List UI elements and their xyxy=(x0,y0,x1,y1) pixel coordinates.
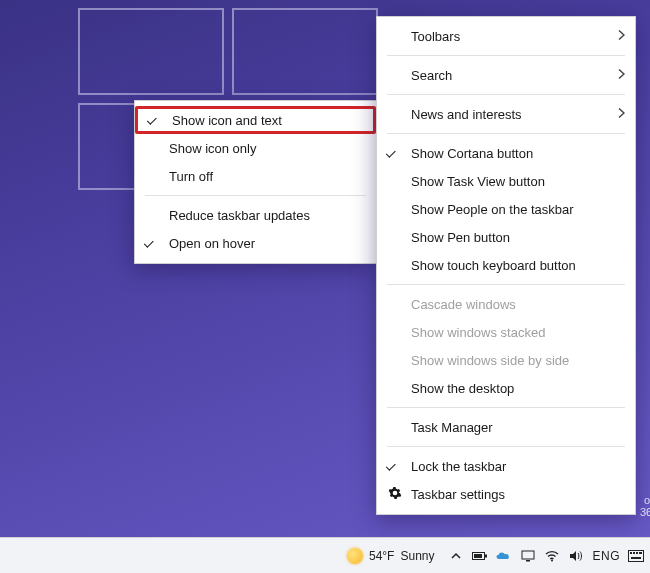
menu-item-show-icon-and-text[interactable]: Show icon and text xyxy=(135,106,376,134)
svg-rect-8 xyxy=(633,552,635,554)
menu-item-open-on-hover[interactable]: Open on hover xyxy=(135,229,376,257)
battery-icon[interactable] xyxy=(472,548,488,564)
menu-item-show-pen-button[interactable]: Show Pen button xyxy=(377,223,635,251)
menu-item-label: Show Task View button xyxy=(411,174,545,189)
menu-item-lock-the-taskbar[interactable]: Lock the taskbar xyxy=(377,452,635,480)
weather-widget[interactable]: 54°F Sunny xyxy=(347,548,435,564)
news-interests-submenu: Show icon and text Show icon only Turn o… xyxy=(134,100,377,264)
menu-item-taskbar-settings[interactable]: Taskbar settings xyxy=(377,480,635,508)
volume-icon[interactable] xyxy=(568,548,584,564)
menu-item-toolbars[interactable]: Toolbars xyxy=(377,22,635,50)
menu-separator xyxy=(387,284,625,285)
check-icon xyxy=(387,464,403,469)
menu-item-show-the-desktop[interactable]: Show the desktop xyxy=(377,374,635,402)
sun-icon xyxy=(347,548,363,564)
menu-item-reduce-taskbar-updates[interactable]: Reduce taskbar updates xyxy=(135,201,376,229)
menu-separator xyxy=(387,133,625,134)
menu-separator xyxy=(387,55,625,56)
gear-icon xyxy=(387,486,403,503)
weather-temp: 54°F xyxy=(369,549,394,563)
chevron-right-icon xyxy=(618,29,625,44)
onedrive-icon[interactable] xyxy=(496,548,512,564)
menu-item-label: Show People on the taskbar xyxy=(411,202,574,217)
menu-item-label: Show touch keyboard button xyxy=(411,258,576,273)
menu-item-label: Search xyxy=(411,68,452,83)
chevron-right-icon xyxy=(618,68,625,83)
monitor-icon[interactable] xyxy=(520,548,536,564)
svg-rect-9 xyxy=(636,552,638,554)
svg-rect-3 xyxy=(522,551,534,559)
weather-condition: Sunny xyxy=(400,549,434,563)
menu-item-show-windows-side-by-side: Show windows side by side xyxy=(377,346,635,374)
taskbar[interactable]: 54°F Sunny ENG xyxy=(0,537,650,573)
menu-separator xyxy=(387,94,625,95)
menu-item-label: Show windows stacked xyxy=(411,325,545,340)
svg-rect-7 xyxy=(630,552,632,554)
menu-item-label: Cascade windows xyxy=(411,297,516,312)
check-icon xyxy=(145,241,161,246)
menu-item-label: Open on hover xyxy=(169,236,255,251)
tray-overflow-icon[interactable] xyxy=(448,548,464,564)
menu-item-show-windows-stacked: Show windows stacked xyxy=(377,318,635,346)
menu-item-show-cortana-button[interactable]: Show Cortana button xyxy=(377,139,635,167)
menu-item-label: Toolbars xyxy=(411,29,460,44)
menu-item-label: Turn off xyxy=(169,169,213,184)
svg-rect-2 xyxy=(474,554,482,558)
taskbar-context-menu: Toolbars Search News and interests Show … xyxy=(376,16,636,515)
menu-item-search[interactable]: Search xyxy=(377,61,635,89)
menu-item-label: Show icon and text xyxy=(172,113,282,128)
check-icon xyxy=(387,151,403,156)
svg-rect-10 xyxy=(639,552,642,554)
menu-item-show-icon-only[interactable]: Show icon only xyxy=(135,134,376,162)
svg-rect-1 xyxy=(485,554,487,557)
svg-point-5 xyxy=(551,559,553,561)
menu-item-label: Task Manager xyxy=(411,420,493,435)
menu-item-label: News and interests xyxy=(411,107,522,122)
menu-item-news-and-interests[interactable]: News and interests xyxy=(377,100,635,128)
menu-item-label: Show windows side by side xyxy=(411,353,569,368)
menu-item-show-task-view-button[interactable]: Show Task View button xyxy=(377,167,635,195)
menu-item-label: Show Cortana button xyxy=(411,146,533,161)
menu-separator xyxy=(387,446,625,447)
ime-icon[interactable] xyxy=(628,548,644,564)
menu-item-label: Taskbar settings xyxy=(411,487,505,502)
menu-item-label: Lock the taskbar xyxy=(411,459,506,474)
menu-item-task-manager[interactable]: Task Manager xyxy=(377,413,635,441)
system-tray[interactable]: ENG xyxy=(448,548,644,564)
menu-item-turn-off[interactable]: Turn off xyxy=(135,162,376,190)
svg-rect-4 xyxy=(526,560,530,562)
menu-separator xyxy=(145,195,366,196)
menu-item-label: Show icon only xyxy=(169,141,256,156)
check-icon xyxy=(148,118,164,123)
lang-indicator[interactable]: ENG xyxy=(592,549,620,563)
menu-separator xyxy=(387,407,625,408)
menu-item-show-people[interactable]: Show People on the taskbar xyxy=(377,195,635,223)
clock-fragment: o 36 xyxy=(640,494,650,534)
wifi-icon[interactable] xyxy=(544,548,560,564)
menu-item-show-touch-keyboard-button[interactable]: Show touch keyboard button xyxy=(377,251,635,279)
menu-item-label: Show Pen button xyxy=(411,230,510,245)
svg-rect-11 xyxy=(631,557,641,559)
menu-item-label: Show the desktop xyxy=(411,381,514,396)
chevron-right-icon xyxy=(618,107,625,122)
menu-item-cascade-windows: Cascade windows xyxy=(377,290,635,318)
menu-item-label: Reduce taskbar updates xyxy=(169,208,310,223)
